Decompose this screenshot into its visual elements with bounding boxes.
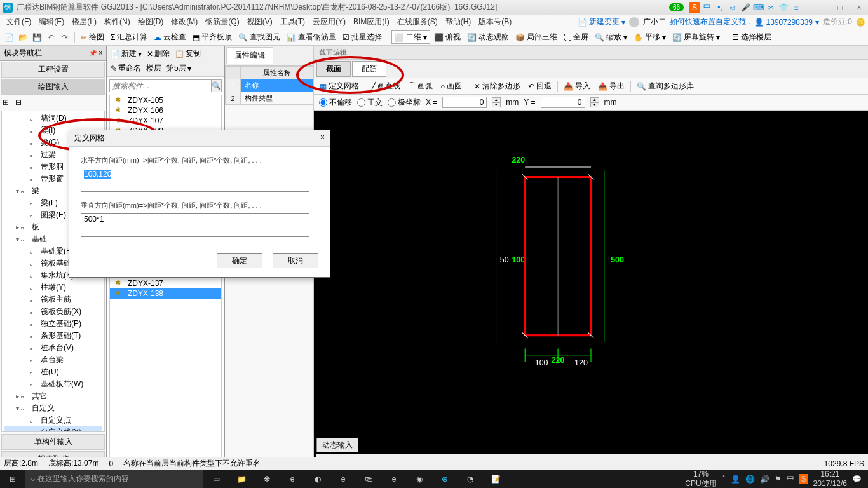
ime-lang-icon[interactable]: 中 [702,2,713,13]
prop-row-type[interactable]: 构件类型 [241,92,313,105]
ime-smile-icon[interactable]: ☺ [727,2,738,13]
level-dropdown[interactable]: 第5层▾ [165,62,193,74]
taskbar-search[interactable]: ○ 在这里输入你要搜索的内容 [25,470,203,488]
undo-button[interactable]: ↶回退 [526,80,553,92]
tray-people-icon[interactable]: 👤 [731,475,740,484]
h-spacing-input[interactable]: 100,120 [81,168,309,192]
ime-tool-icon[interactable]: ✂ [765,2,776,13]
local-3d-button[interactable]: 📦局部三维 [513,30,560,44]
tree-node[interactable]: ▫基础板带(W) [4,378,102,390]
nav-tab-project[interactable]: 工程设置 [1,62,105,78]
open-file-icon[interactable]: 📂 [17,31,29,44]
undo-icon[interactable]: ↶ [44,31,57,44]
property-tab[interactable]: 属性编辑 [226,47,273,64]
tray-network-icon[interactable]: 🌐 [745,475,755,484]
tree-node[interactable]: ▫条形基础(T) [4,330,102,342]
tree-node[interactable]: ▫承台梁 [4,354,102,366]
import-button[interactable]: 📥导入 [562,80,592,92]
ime-punct-icon[interactable]: •, [714,2,726,13]
app-icon-6[interactable]: 📝 [483,470,508,488]
ime-mic-icon[interactable]: 🎤 [740,2,751,13]
query-poly-button[interactable]: 🔍查询多边形库 [635,80,696,92]
rotate-button[interactable]: 🔄屏幕旋转▾ [670,30,722,44]
app-icon-3[interactable]: ◉ [407,470,432,488]
store-icon[interactable]: 🛍 [356,470,381,488]
y-input[interactable] [541,97,585,108]
x-input[interactable] [442,97,487,108]
tab-rebar[interactable]: 配筋 [352,61,386,77]
pin-icon[interactable]: 📌 × [89,50,102,57]
folder-icon[interactable]: 📁 [229,470,254,488]
ime-skin-icon[interactable]: 👕 [778,2,789,13]
cpu-usage[interactable]: 17%CPU使用 [685,470,716,488]
draw-line-button[interactable]: ╱画直线 [369,80,402,92]
ime-keyboard-icon[interactable]: ⌨ [752,2,764,13]
ortho-radio[interactable]: 正交 [357,97,383,108]
tray-volume-icon[interactable]: 🔊 [760,475,770,484]
tree-node[interactable]: ▫柱墩(Y) [4,281,102,294]
tree-node[interactable]: ▫桩(U) [4,366,102,378]
menu-view[interactable]: 视图(V) [243,15,276,29]
copy-component-button[interactable]: 📋复制 [173,48,202,60]
ok-button[interactable]: 确定 [217,253,262,268]
tip-link[interactable]: 如何快速布置自定义范.. [670,17,750,27]
search-input[interactable] [109,79,212,92]
prop-row-name[interactable]: 名称 [241,79,313,92]
new-file-icon[interactable]: 📄 [3,31,15,44]
menu-component[interactable]: 构件(N) [100,15,134,29]
app-icon-4[interactable]: ⊕ [432,470,458,488]
ie-icon-2[interactable]: e [381,470,407,488]
component-item[interactable]: ZDYX-107 [110,116,221,126]
tree-node[interactable]: ▸▫其它 [4,390,102,402]
app-icon-1[interactable]: ❋ [254,470,280,488]
menu-online[interactable]: 在线服务(S) [393,15,442,29]
component-item[interactable]: ZDYX-137 [110,278,221,288]
export-button[interactable]: 📤导出 [596,80,627,92]
bird-view-button[interactable]: ⬛俯视 [431,30,463,44]
menu-cloud[interactable]: 云应用(Y) [309,15,349,29]
dynamic-input-button[interactable]: 动态输入 [316,438,358,452]
app-icon-5[interactable]: ◔ [458,470,483,488]
dynamic-view-button[interactable]: 🔄动态观察 [465,30,512,44]
menu-file[interactable]: 文件(F) [3,15,35,29]
clock[interactable]: 16:212017/12/6 [813,470,847,488]
tree-node[interactable]: ▫墙洞(D) [4,112,102,125]
redo-icon[interactable]: ↷ [58,31,71,44]
notification-icon[interactable]: 💬 [852,475,862,484]
dialog-close-button[interactable]: × [320,133,325,144]
nav-tab-draw[interactable]: 绘图输入 [1,79,105,95]
draw-arc-button[interactable]: ⌒画弧 [406,80,435,92]
tree-node[interactable]: ▫自定义点 [4,414,102,426]
rename-component-button[interactable]: ✎重命名 [109,62,142,74]
delete-component-button[interactable]: ✕删除 [146,48,171,60]
nav-tab-single[interactable]: 单构件输入 [1,434,105,450]
batch-select-button[interactable]: ☑批量选择 [340,30,384,44]
save-icon[interactable]: 💾 [31,31,43,44]
user-phone[interactable]: 👤13907298339▾ [754,18,819,27]
user-avatar-icon[interactable] [629,17,639,27]
tree-node[interactable]: ▫桩承台(V) [4,342,102,354]
zoom-button[interactable]: 🔍缩放▾ [592,30,630,44]
x-spinner[interactable]: ▴▾ [492,97,501,107]
minimize-button[interactable]: — [815,3,827,12]
component-item[interactable]: ZDYX-105 [110,95,221,105]
v-spacing-input[interactable]: 500*1 [81,213,309,237]
component-item[interactable]: ZDYX-138 [110,288,221,299]
menu-help[interactable]: 帮助(H) [442,15,475,29]
menu-rebar[interactable]: 钢筋量(Q) [201,15,243,29]
tree-node[interactable]: ▫筏板主筋 [4,294,102,306]
ime-menu-icon[interactable]: ≡ [790,2,802,13]
component-item[interactable]: ZDYX-106 [110,105,221,116]
menu-floor[interactable]: 楼层(L) [68,15,100,29]
collapse-icon[interactable]: ⊟ [15,98,24,107]
view-mode-select[interactable]: ⬜二维▾ [391,30,430,44]
menu-bim[interactable]: BIM应用(I) [349,15,393,29]
close-button[interactable]: × [853,3,865,12]
select-floor-button[interactable]: ☰选择楼层 [729,30,774,44]
find-view-button[interactable]: 🔍查找图元 [236,30,283,44]
menu-tools[interactable]: 工具(T) [276,15,309,29]
expand-icon[interactable]: ⊞ [3,98,11,107]
maximize-button[interactable]: □ [834,3,846,12]
draw-button[interactable]: ✏绘图 [78,30,107,44]
tray-s-icon[interactable]: S [799,474,808,484]
